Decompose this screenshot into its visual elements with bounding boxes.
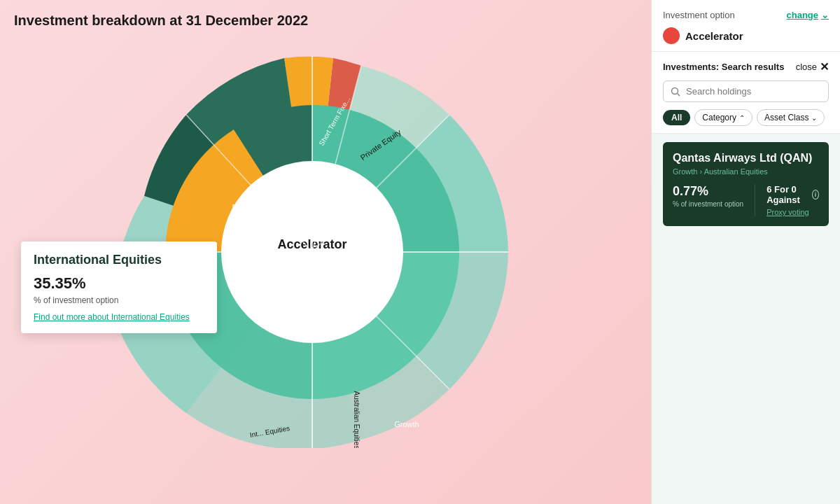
label-growth: Growth (395, 420, 419, 428)
result-percent-label: % of investment option (673, 200, 743, 208)
tooltip-title: International Equities (34, 253, 204, 267)
result-percent-value: 0.77% (673, 184, 743, 199)
chevron-down-icon: ⌄ (821, 10, 829, 20)
svg-line-9 (678, 93, 680, 96)
filter-row: All Category ⌃ Asset Class ⌄ (663, 109, 829, 126)
accelerator-row: Accelerator (663, 27, 829, 44)
label-aus-equities: Australian Equities (353, 391, 360, 448)
info-icon[interactable]: i (812, 190, 819, 200)
left-panel: Investment breakdown at 31 December 2022… (0, 0, 651, 504)
search-section: Investments: Search results close ✕ All … (652, 52, 840, 134)
filter-all-button[interactable]: All (663, 110, 690, 125)
investment-option-label: Investment option (663, 10, 735, 20)
tooltip-link[interactable]: Find out more about International Equiti… (34, 312, 204, 322)
result-voting: 6 For 0 Against i Proxy voting (766, 184, 819, 216)
proxy-link[interactable]: Proxy voting (766, 208, 819, 216)
result-card: Qantas Airways Ltd (QAN) Growth › Austra… (663, 142, 829, 226)
tooltip-percent: 35.35% (34, 274, 204, 293)
tooltip-card: International Equities 35.35% % of inves… (21, 241, 217, 333)
search-results-label: Investments: Search results (663, 62, 784, 72)
result-voting-title: 6 For 0 Against i (766, 184, 819, 205)
search-results-row: Investments: Search results close ✕ (663, 60, 829, 74)
change-link[interactable]: change ⌄ (786, 10, 829, 20)
right-header: Investment option change ⌄ Accelerator (652, 0, 840, 52)
page-title: Investment breakdown at 31 December 2022 (14, 13, 308, 29)
close-icon: ✕ (820, 60, 829, 74)
search-box[interactable] (663, 80, 829, 102)
chevron-down-icon: ⌄ (811, 114, 817, 122)
filter-asset-class-button[interactable]: Asset Class ⌄ (757, 109, 825, 126)
investment-option-row: Investment option change ⌄ (663, 10, 829, 20)
result-percent-block: 0.77% % of investment option (673, 184, 743, 208)
accelerator-dot (663, 27, 680, 44)
accelerator-name: Accelerator (685, 30, 743, 42)
chevron-up-icon: ⌃ (739, 114, 745, 122)
result-company: Qantas Airways Ltd (QAN) (673, 152, 819, 164)
filter-category-button[interactable]: Category ⌃ (694, 109, 752, 126)
result-breadcrumb: Growth › Australian Equities (673, 167, 819, 176)
right-panel: Investment option change ⌄ Accelerator I… (651, 0, 840, 504)
tooltip-label: % of investment option (34, 295, 204, 305)
svg-point-8 (672, 88, 678, 94)
label-defensive: Defensive (232, 203, 267, 211)
search-icon (671, 87, 680, 97)
result-stats: 0.77% % of investment option 6 For 0 Aga… (673, 184, 819, 216)
result-divider (755, 184, 755, 216)
close-button[interactable]: close ✕ (796, 60, 829, 74)
search-input[interactable] (686, 86, 821, 97)
